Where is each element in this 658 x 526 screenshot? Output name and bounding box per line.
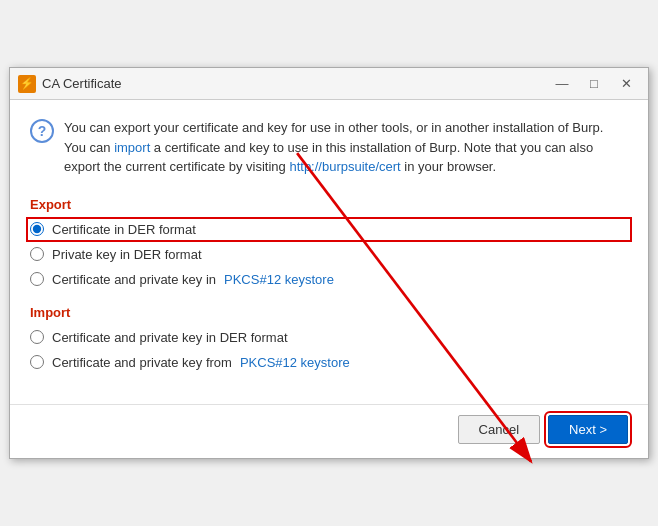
cert-link[interactable]: http://burpsuite/cert: [289, 159, 400, 174]
import-option-1[interactable]: Certificate and private key in DER forma…: [30, 328, 628, 347]
info-text: You can export your certificate and key …: [64, 118, 628, 177]
import-label: Import: [30, 305, 628, 320]
info-section: ? You can export your certificate and ke…: [30, 118, 628, 177]
app-icon: ⚡: [18, 75, 36, 93]
export-radio-3[interactable]: [30, 272, 44, 286]
import-radio-1[interactable]: [30, 330, 44, 344]
export-option-3[interactable]: Certificate and private key in PKCS#12 k…: [30, 270, 628, 289]
window-controls: — □ ✕: [548, 73, 640, 95]
export-radio-1[interactable]: [30, 222, 44, 236]
export-radio-2[interactable]: [30, 247, 44, 261]
import-section: Import Certificate and private key in DE…: [30, 305, 628, 372]
import-option-2-label-highlight: PKCS#12 keystore: [240, 355, 350, 370]
ca-certificate-window: ⚡ CA Certificate — □ ✕ ? You can export …: [9, 67, 649, 459]
cancel-button[interactable]: Cancel: [458, 415, 540, 444]
export-option-1-label: Certificate in DER format: [52, 222, 196, 237]
export-option-2-label: Private key in DER format: [52, 247, 202, 262]
import-link[interactable]: import: [114, 140, 150, 155]
import-option-2-label-pre: Certificate and private key from: [52, 355, 232, 370]
export-option-3-label-highlight: PKCS#12 keystore: [224, 272, 334, 287]
minimize-button[interactable]: —: [548, 73, 576, 95]
export-option-3-label-pre: Certificate and private key in: [52, 272, 216, 287]
title-bar: ⚡ CA Certificate — □ ✕: [10, 68, 648, 100]
export-label: Export: [30, 197, 628, 212]
info-text-part3: in your browser.: [401, 159, 496, 174]
next-button[interactable]: Next >: [548, 415, 628, 444]
import-radio-2[interactable]: [30, 355, 44, 369]
dialog-footer: Cancel Next >: [10, 404, 648, 458]
import-option-1-label: Certificate and private key in DER forma…: [52, 330, 288, 345]
import-option-2[interactable]: Certificate and private key from PKCS#12…: [30, 353, 628, 372]
export-option-1[interactable]: Certificate in DER format: [30, 220, 628, 239]
window-title: CA Certificate: [42, 76, 548, 91]
export-option-2[interactable]: Private key in DER format: [30, 245, 628, 264]
maximize-button[interactable]: □: [580, 73, 608, 95]
info-icon: ?: [30, 119, 54, 143]
close-button[interactable]: ✕: [612, 73, 640, 95]
export-section: Export Certificate in DER format Private…: [30, 197, 628, 289]
dialog-content: ? You can export your certificate and ke…: [10, 100, 648, 404]
